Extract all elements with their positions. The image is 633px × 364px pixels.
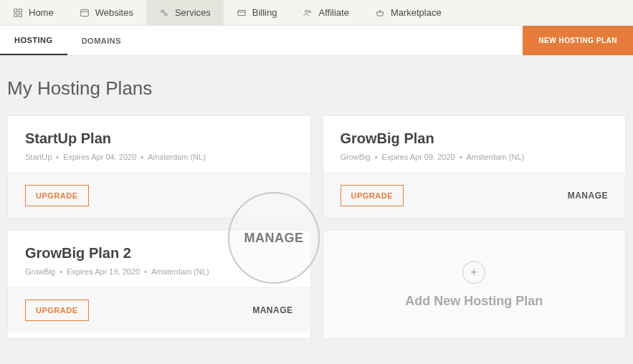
users-icon bbox=[303, 8, 313, 18]
cards-grid: StartUp Plan StartUp•Expires Apr 04, 202… bbox=[7, 115, 626, 339]
add-plan-card[interactable]: + Add New Hosting Plan bbox=[323, 230, 627, 339]
plan-tier: GrowBig bbox=[341, 153, 371, 161]
browser-icon bbox=[80, 8, 90, 18]
services-icon bbox=[159, 8, 169, 18]
nav-affiliate[interactable]: Affiliate bbox=[290, 0, 361, 25]
top-nav: Home Websites Services Billing Affiliate… bbox=[0, 0, 633, 26]
nav-label: Websites bbox=[95, 7, 133, 18]
nav-label: Billing bbox=[252, 7, 277, 18]
plan-location: Amsterdam (NL) bbox=[467, 153, 525, 161]
page-content: My Hosting Plans StartUp Plan StartUp•Ex… bbox=[0, 56, 633, 339]
add-plan-label: Add New Hosting Plan bbox=[405, 294, 543, 309]
upgrade-button[interactable]: UPGRADE bbox=[25, 185, 89, 206]
plan-title: GrowBig Plan bbox=[341, 130, 609, 147]
tab-domains[interactable]: DOMAINS bbox=[67, 26, 135, 55]
grid-icon bbox=[13, 8, 23, 18]
plus-icon: + bbox=[462, 261, 485, 284]
upgrade-button[interactable]: UPGRADE bbox=[341, 185, 404, 206]
card-icon bbox=[237, 8, 247, 18]
svg-rect-0 bbox=[14, 9, 17, 11]
plan-title: StartUp Plan bbox=[25, 130, 293, 147]
svg-rect-3 bbox=[19, 14, 22, 16]
svg-point-11 bbox=[305, 9, 308, 11]
plan-card: GrowBig Plan GrowBig•Expires Apr 09, 202… bbox=[323, 115, 627, 219]
svg-rect-4 bbox=[80, 9, 88, 16]
manage-link[interactable]: MANAGE bbox=[568, 191, 608, 201]
svg-rect-1 bbox=[19, 9, 22, 11]
plan-tier: GrowBig bbox=[25, 267, 55, 276]
nav-label: Marketplace bbox=[391, 7, 442, 18]
plan-tier: StartUp bbox=[25, 153, 52, 161]
basket-icon bbox=[375, 8, 385, 18]
svg-line-8 bbox=[163, 11, 165, 13]
svg-point-12 bbox=[309, 10, 311, 12]
nav-label: Affiliate bbox=[318, 7, 348, 18]
nav-marketplace[interactable]: Marketplace bbox=[362, 0, 454, 25]
nav-services[interactable]: Services bbox=[146, 0, 224, 25]
plan-meta: GrowBig•Expires Apr 09, 2020•Amsterdam (… bbox=[341, 153, 609, 161]
plan-location: Amsterdam (NL) bbox=[148, 153, 206, 161]
nav-billing[interactable]: Billing bbox=[224, 0, 290, 25]
plan-card: StartUp Plan StartUp•Expires Apr 04, 202… bbox=[7, 115, 311, 219]
sub-nav: HOSTING DOMAINS NEW HOSTING PLAN bbox=[0, 26, 633, 56]
plan-expires: Expires Apr 04, 2020 bbox=[63, 153, 136, 161]
manage-link[interactable]: MANAGE bbox=[252, 305, 292, 315]
svg-rect-2 bbox=[14, 14, 17, 16]
svg-rect-9 bbox=[238, 10, 246, 15]
plan-expires: Expires Apr 09, 2020 bbox=[382, 153, 455, 161]
upgrade-button[interactable]: UPGRADE bbox=[25, 300, 89, 321]
plan-meta: GrowBig•Expires Apr 19, 2020•Amsterdam (… bbox=[25, 267, 293, 276]
plan-location: Amsterdam (NL) bbox=[151, 267, 209, 276]
plan-card: GrowBig Plan 2 GrowBig•Expires Apr 19, 2… bbox=[7, 230, 311, 339]
page-title: My Hosting Plans bbox=[7, 77, 626, 100]
plan-expires: Expires Apr 19, 2020 bbox=[67, 267, 140, 276]
nav-home[interactable]: Home bbox=[0, 0, 67, 25]
nav-websites[interactable]: Websites bbox=[67, 0, 146, 25]
nav-label: Services bbox=[175, 7, 211, 18]
plan-title: GrowBig Plan 2 bbox=[25, 245, 293, 262]
nav-label: Home bbox=[29, 7, 54, 18]
tab-hosting[interactable]: HOSTING bbox=[0, 26, 67, 55]
plan-meta: StartUp•Expires Apr 04, 2020•Amsterdam (… bbox=[25, 153, 293, 161]
new-hosting-plan-button[interactable]: NEW HOSTING PLAN bbox=[523, 26, 633, 55]
